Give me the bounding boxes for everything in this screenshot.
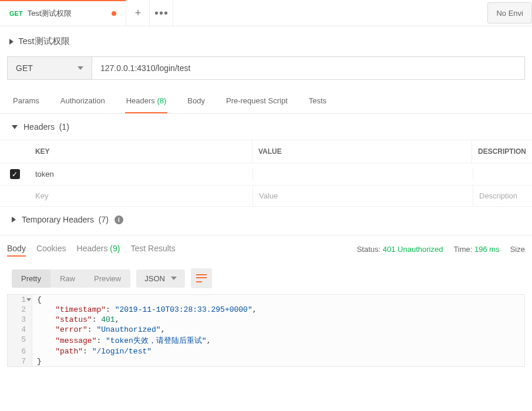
th-value: VALUE bbox=[252, 140, 472, 163]
resp-tab-testresults[interactable]: Test Results bbox=[130, 241, 175, 257]
resp-tab-cookies[interactable]: Cookies bbox=[36, 241, 66, 257]
header-desc-input[interactable]: Description bbox=[473, 186, 532, 206]
response-body[interactable]: 1{2 "timestamp": "2019-11-10T03:28:33.29… bbox=[7, 294, 525, 367]
tab-method-label: GET bbox=[9, 10, 23, 17]
chevron-down-icon bbox=[78, 66, 83, 70]
expand-icon bbox=[9, 39, 14, 45]
plus-icon: + bbox=[135, 7, 142, 19]
temp-headers-toggle[interactable]: Temporary Headers (7) i bbox=[0, 207, 532, 233]
expand-icon bbox=[12, 217, 16, 223]
view-pretty-button[interactable]: Pretty bbox=[12, 269, 50, 288]
ellipsis-icon: ••• bbox=[154, 6, 169, 20]
info-icon[interactable]: i bbox=[115, 215, 123, 224]
header-key-input[interactable]: token bbox=[29, 164, 252, 184]
headers-section-toggle[interactable]: Headers (1) bbox=[0, 114, 532, 140]
view-preview-button[interactable]: Preview bbox=[85, 269, 130, 288]
status-value: 401 Unauthorized bbox=[383, 245, 443, 254]
environment-selector[interactable]: No Envi bbox=[487, 2, 532, 23]
wrap-icon bbox=[196, 274, 207, 282]
header-value-input[interactable] bbox=[252, 169, 473, 180]
unsaved-indicator-icon bbox=[112, 11, 116, 16]
view-raw-button[interactable]: Raw bbox=[50, 269, 85, 288]
tab-params[interactable]: Params bbox=[12, 89, 41, 113]
method-selector[interactable]: GET bbox=[7, 56, 92, 80]
header-desc-input[interactable] bbox=[473, 169, 532, 180]
url-input[interactable]: 127.0.0.1:4310/login/test bbox=[92, 56, 525, 80]
tab-headers[interactable]: Headers (8) bbox=[125, 89, 168, 113]
request-name: Test测试权限 bbox=[18, 36, 70, 47]
format-selector[interactable]: JSON bbox=[136, 269, 185, 288]
resp-tab-body[interactable]: Body bbox=[7, 241, 26, 257]
tab-title: Test测试权限 bbox=[28, 8, 72, 19]
table-row-new: Key Value Description bbox=[0, 186, 532, 207]
wrap-lines-button[interactable] bbox=[191, 268, 212, 288]
chevron-down-icon bbox=[171, 277, 177, 280]
view-mode-group: Pretty Raw Preview bbox=[12, 269, 130, 288]
header-key-input[interactable]: Key bbox=[29, 186, 252, 206]
tab-authorization[interactable]: Authorization bbox=[59, 89, 106, 113]
request-tab[interactable]: GET Test测试权限 bbox=[0, 0, 126, 26]
request-name-row[interactable]: Test测试权限 bbox=[0, 26, 532, 56]
collapse-icon bbox=[12, 125, 18, 129]
environment-label: No Envi bbox=[496, 9, 523, 18]
method-label: GET bbox=[16, 63, 33, 73]
tab-tests[interactable]: Tests bbox=[308, 89, 328, 113]
size-label: Size bbox=[510, 245, 525, 254]
row-checkbox[interactable]: ✓ bbox=[10, 169, 20, 179]
tab-body[interactable]: Body bbox=[186, 89, 206, 113]
url-value: 127.0.0.1:4310/login/test bbox=[100, 63, 190, 73]
time-value: 196 ms bbox=[474, 245, 500, 254]
tab-prerequest[interactable]: Pre-request Script bbox=[225, 89, 289, 113]
table-row: ✓ token bbox=[0, 163, 532, 186]
header-value-input[interactable]: Value bbox=[252, 186, 473, 206]
headers-table: KEY VALUE DESCRIPTION ✓ token Key Value … bbox=[0, 140, 532, 207]
th-description: DESCRIPTION bbox=[472, 140, 532, 163]
th-key: KEY bbox=[29, 140, 252, 163]
check-icon: ✓ bbox=[12, 170, 18, 178]
resp-tab-headers[interactable]: Headers (9) bbox=[77, 241, 120, 257]
tab-options-button[interactable]: ••• bbox=[150, 0, 173, 26]
new-tab-button[interactable]: + bbox=[126, 0, 150, 26]
